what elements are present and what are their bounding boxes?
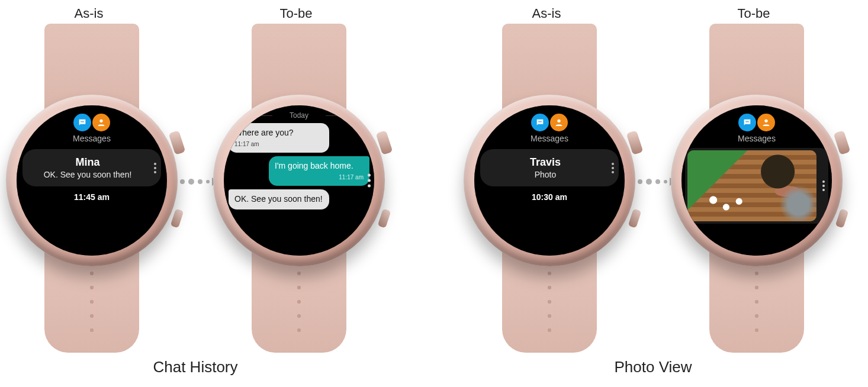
- screen-photo-asis[interactable]: Messages Travis Photo 10:30 am: [474, 105, 625, 256]
- label-as-is: As-is: [532, 6, 561, 21]
- svg-point-2: [83, 121, 84, 122]
- watch-chat-asis: Messages Mina OK. See you soon then! 11:…: [6, 95, 178, 266]
- photo-card[interactable]: [685, 148, 828, 224]
- svg-point-11: [764, 120, 767, 122]
- svg-point-8: [745, 121, 747, 122]
- label-to-be: To-be: [737, 6, 770, 21]
- more-icon[interactable]: [368, 174, 371, 188]
- screen-photo-tobe[interactable]: Messages: [681, 105, 832, 256]
- chat-history-section: As-is To-be: [0, 0, 434, 387]
- chat-icon: [73, 114, 91, 131]
- more-icon[interactable]: [612, 163, 614, 173]
- more-icon[interactable]: [154, 163, 156, 173]
- screen-chat-asis[interactable]: Messages Mina OK. See you soon then! 11:…: [17, 105, 167, 256]
- photo-view-section: As-is To-be Mess: [434, 0, 868, 387]
- notification-time: 11:45 am: [17, 192, 167, 202]
- notification-card[interactable]: Travis Photo: [480, 149, 619, 186]
- message-preview: Photo: [488, 170, 602, 179]
- svg-point-10: [748, 121, 749, 122]
- more-icon[interactable]: [822, 180, 825, 191]
- photo-image[interactable]: [687, 150, 816, 221]
- svg-point-4: [538, 121, 539, 122]
- app-name: Messages: [17, 134, 167, 143]
- user-icon: [757, 114, 775, 131]
- svg-point-7: [557, 120, 560, 122]
- bubble-text: Where are you?: [234, 128, 323, 138]
- label-as-is: As-is: [75, 6, 104, 21]
- watch-chat-tobe: Today Where are you? 11:17 am I'm going …: [213, 95, 385, 266]
- section-title-photo: Photo View: [614, 358, 692, 376]
- arrow-photo: [631, 178, 676, 186]
- svg-point-3: [99, 120, 102, 122]
- watch-photo-tobe: Messages: [671, 95, 843, 266]
- bubble-text: OK. See you soon then!: [234, 194, 323, 205]
- chat-icon: [738, 114, 756, 131]
- sender-name: Travis: [488, 156, 602, 169]
- app-name: Messages: [474, 134, 625, 143]
- svg-point-6: [541, 121, 542, 122]
- arrow-chat: [173, 178, 218, 186]
- screen-chat-tobe[interactable]: Today Where are you? 11:17 am I'm going …: [224, 105, 374, 256]
- sender-name: Mina: [31, 156, 144, 169]
- bubble-out[interactable]: I'm going back home. 11:17 am: [269, 156, 369, 186]
- user-icon: [92, 114, 110, 131]
- chat-icon: [531, 114, 549, 131]
- svg-point-9: [747, 121, 748, 122]
- section-title-chat: Chat History: [153, 358, 237, 376]
- bubble-time: 11:17 am: [275, 174, 364, 182]
- bubble-time: 11:17 am: [234, 141, 323, 149]
- svg-point-1: [82, 121, 83, 122]
- svg-point-5: [539, 121, 541, 122]
- app-name: Messages: [681, 134, 832, 143]
- message-preview: OK. See you soon then!: [31, 170, 144, 179]
- bubble-in[interactable]: OK. See you soon then!: [229, 189, 329, 209]
- notification-time: 10:30 am: [474, 192, 625, 202]
- svg-point-0: [81, 121, 82, 122]
- notification-card[interactable]: Mina OK. See you soon then!: [22, 149, 161, 186]
- user-icon: [550, 114, 568, 131]
- watch-photo-asis: Messages Travis Photo 10:30 am: [464, 95, 635, 266]
- label-to-be: To-be: [279, 6, 312, 21]
- bubble-text: I'm going back home.: [275, 161, 364, 172]
